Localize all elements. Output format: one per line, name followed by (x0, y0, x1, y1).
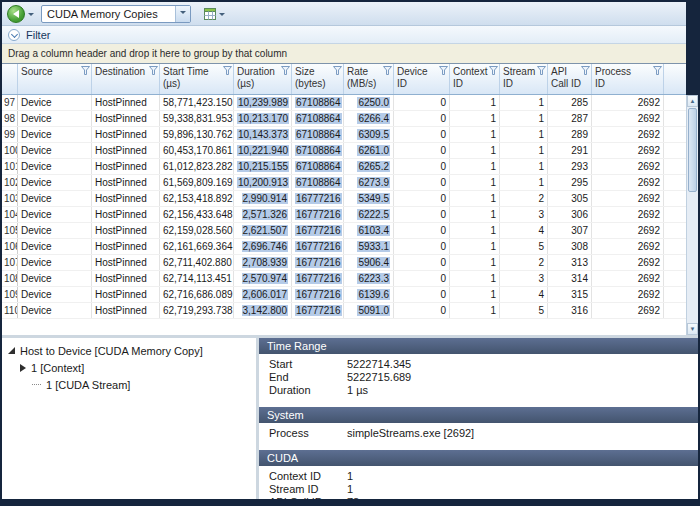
column-label: Destination (95, 66, 147, 78)
column-sublabel: (µs) (163, 78, 221, 90)
row-number: 110 (2, 303, 18, 318)
table-row[interactable]: 102DeviceHostPinned61,569,809.16910,200.… (2, 175, 686, 191)
tree-collapsed-icon[interactable] (20, 364, 26, 372)
filter-icon[interactable] (581, 66, 590, 78)
column-label: Context (453, 66, 487, 78)
cell-api_call_id: 313 (548, 255, 592, 270)
table-row[interactable]: 107DeviceHostPinned62,711,402.8802,708.9… (2, 255, 686, 271)
filter-icon[interactable] (653, 66, 662, 78)
back-button[interactable] (7, 5, 25, 23)
filter-icon[interactable] (537, 66, 546, 78)
column-header-context_id[interactable]: ContextID (450, 64, 500, 94)
data-bar: 16777216 (295, 289, 342, 300)
column-label: Stream (503, 66, 535, 78)
tree-expanded-icon[interactable] (8, 347, 15, 354)
details-section: SystemProcesssimpleStreams.exe [2692] (259, 407, 698, 443)
column-header-process_id[interactable]: ProcessID (592, 64, 664, 94)
column-header-duration[interactable]: Duration(µs) (234, 64, 292, 94)
column-header-source[interactable]: Source (18, 64, 92, 94)
filter-icon[interactable] (333, 66, 342, 78)
table-row[interactable]: 101DeviceHostPinned61,012,823.28210,215.… (2, 159, 686, 175)
detail-value: 78 (347, 496, 359, 499)
cell-rate: 6222.5 (344, 207, 394, 222)
cell-start_time: 59,896,130.762 (160, 127, 234, 142)
detail-value: 5222714.345 (347, 358, 411, 371)
table-row[interactable]: 106DeviceHostPinned62,161,669.3642,696.7… (2, 239, 686, 255)
table-row[interactable]: 110DeviceHostPinned62,719,293.7383,142.8… (2, 303, 686, 319)
filter-icon[interactable] (281, 66, 290, 78)
table-row[interactable]: 97DeviceHostPinned58,771,423.15010,239.9… (2, 95, 686, 111)
back-history-dropdown-icon[interactable] (28, 13, 34, 19)
filter-icon[interactable] (383, 66, 392, 78)
cell-duration: 2,708.939 (234, 255, 292, 270)
cell-context_id: 1 (450, 303, 500, 318)
filter-expander[interactable]: Filter (2, 26, 686, 44)
scrollbar-track[interactable] (687, 193, 698, 323)
table-row[interactable]: 108DeviceHostPinned62,714,113.4512,570.9… (2, 271, 686, 287)
cell-process_id: 2692 (592, 159, 664, 174)
view-selector-combobox[interactable]: CUDA Memory Copies (41, 5, 191, 23)
view-selector-dropdown-button[interactable] (175, 6, 190, 22)
group-by-bar[interactable]: Drag a column header and drop it here to… (2, 44, 686, 64)
cell-process_id: 2692 (592, 223, 664, 238)
row-number: 109 (2, 287, 18, 302)
cell-start_time: 58,771,423.150 (160, 95, 234, 110)
column-label: Device (397, 66, 437, 78)
cell-context_id: 1 (450, 223, 500, 238)
data-bar: 10,200.913 (237, 177, 289, 188)
cell-device_id: 0 (394, 271, 450, 286)
column-header-start_time[interactable]: Start Time(µs) (160, 64, 234, 94)
column-label: Source (21, 66, 79, 78)
chevron-down-icon (180, 11, 186, 17)
cell-context_id: 1 (450, 127, 500, 142)
column-header-device_id[interactable]: DeviceID (394, 64, 450, 94)
table-row[interactable]: 109DeviceHostPinned62,716,686.0892,606.0… (2, 287, 686, 303)
cell-size: 16777216 (292, 223, 344, 238)
filter-icon[interactable] (223, 66, 232, 78)
data-bar: 10,215.155 (237, 161, 289, 172)
scrollbar-thumb[interactable] (688, 108, 697, 192)
column-header-stream_id[interactable]: StreamID (500, 64, 548, 94)
filter-icon[interactable] (489, 66, 498, 78)
tree-item[interactable]: Host to Device [CUDA Memory Copy] (2, 342, 256, 359)
tree-item[interactable]: 1 [CUDA Stream] (2, 376, 256, 393)
filter-icon[interactable] (439, 66, 448, 78)
data-bar: 2,708.939 (242, 257, 289, 268)
scroll-up-button[interactable]: ▲ (687, 95, 698, 107)
cell-stream_id: 2 (500, 255, 548, 270)
vertical-scrollbar[interactable]: ▲ ▼ (686, 95, 698, 335)
cell-rate: 5906.4 (344, 255, 394, 270)
cell-api_call_id: 306 (548, 207, 592, 222)
profiler-window: CUDA Memory Copies Filter Drag a column … (0, 0, 700, 506)
table-row[interactable]: 99DeviceHostPinned59,896,130.76210,143.3… (2, 127, 686, 143)
cell-destination: HostPinned (92, 143, 160, 158)
detail-value: 1 (347, 483, 353, 496)
data-bar: 6103.4 (357, 225, 390, 236)
cell-duration: 10,239.989 (234, 95, 292, 110)
cell-context_id: 1 (450, 159, 500, 174)
tree-item[interactable]: 1 [Context] (2, 359, 256, 376)
details-section-header: System (259, 407, 698, 423)
cell-destination: HostPinned (92, 255, 160, 270)
column-header-destination[interactable]: Destination (92, 64, 160, 94)
cell-duration: 3,142.800 (234, 303, 292, 318)
table-row[interactable]: 105DeviceHostPinned62,159,028.5602,621.5… (2, 223, 686, 239)
filter-icon[interactable] (149, 66, 158, 78)
cell-device_id: 0 (394, 223, 450, 238)
cell-stream_id: 1 (500, 143, 548, 158)
table-row[interactable]: 98DeviceHostPinned59,338,831.95310,213.1… (2, 111, 686, 127)
cell-process_id: 2692 (592, 175, 664, 190)
cell-duration: 2,990.914 (234, 191, 292, 206)
column-header-rate[interactable]: Rate(MB/s) (344, 64, 394, 94)
filter-icon[interactable] (81, 66, 90, 78)
table-row[interactable]: 104DeviceHostPinned62,156,433.6482,571.3… (2, 207, 686, 223)
collapse-chevron-icon[interactable] (8, 29, 20, 41)
cell-process_id: 2692 (592, 127, 664, 142)
table-row[interactable]: 103DeviceHostPinned62,153,418.8922,990.9… (2, 191, 686, 207)
column-header-size[interactable]: Size(bytes) (292, 64, 344, 94)
column-header-api_call_id[interactable]: APICall ID (548, 64, 592, 94)
cell-start_time: 62,159,028.560 (160, 223, 234, 238)
layout-options-button[interactable] (200, 6, 228, 22)
table-row[interactable]: 100DeviceHostPinned60,453,170.86110,221.… (2, 143, 686, 159)
scroll-down-button[interactable]: ▼ (687, 323, 698, 335)
